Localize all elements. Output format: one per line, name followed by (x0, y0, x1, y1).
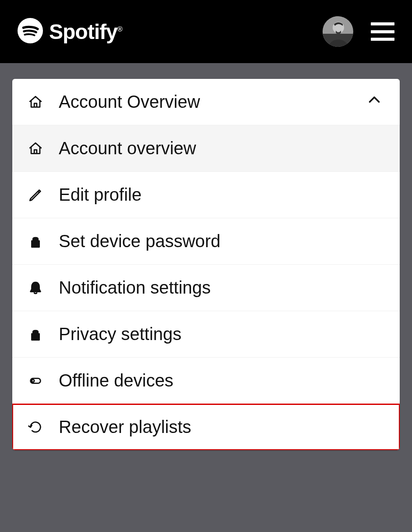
menu-item-privacy-settings[interactable]: Privacy settings (12, 311, 400, 358)
refresh-icon (28, 420, 59, 435)
spotify-logo-icon (18, 18, 43, 45)
menu-item-label: Recover playlists (59, 417, 384, 437)
menu-item-label: Account overview (59, 138, 384, 158)
menu-item-label: Set device password (59, 231, 384, 251)
brand-name: Spotify® (49, 20, 122, 44)
hamburger-icon[interactable] (371, 22, 394, 41)
page-body: Account Overview Account overviewEdit pr… (0, 63, 412, 450)
home-icon (28, 141, 59, 156)
menu-item-account-overview[interactable]: Account overview (12, 125, 400, 172)
toggle-icon (28, 373, 59, 388)
lock-icon (28, 327, 59, 342)
home-icon (28, 95, 59, 110)
account-menu: Account Overview Account overviewEdit pr… (12, 79, 400, 450)
lock-icon (28, 234, 59, 249)
bell-icon (28, 280, 59, 295)
menu-header-label: Account Overview (59, 92, 384, 112)
avatar[interactable] (323, 16, 353, 47)
menu-item-label: Notification settings (59, 278, 384, 298)
chevron-up-icon (366, 92, 382, 112)
header-right (323, 16, 394, 47)
brand[interactable]: Spotify® (18, 18, 122, 45)
menu-item-notification-settings[interactable]: Notification settings (12, 265, 400, 311)
menu-item-edit-profile[interactable]: Edit profile (12, 172, 400, 218)
app-header: Spotify® (0, 0, 412, 63)
menu-item-set-device-password[interactable]: Set device password (12, 218, 400, 265)
menu-item-label: Offline devices (59, 371, 384, 390)
menu-header-account-overview[interactable]: Account Overview (12, 79, 400, 125)
menu-item-label: Privacy settings (59, 324, 384, 344)
menu-item-recover-playlists[interactable]: Recover playlists (12, 404, 400, 450)
menu-item-label: Edit profile (59, 185, 384, 205)
menu-item-offline-devices[interactable]: Offline devices (12, 358, 400, 404)
pencil-icon (28, 188, 59, 202)
